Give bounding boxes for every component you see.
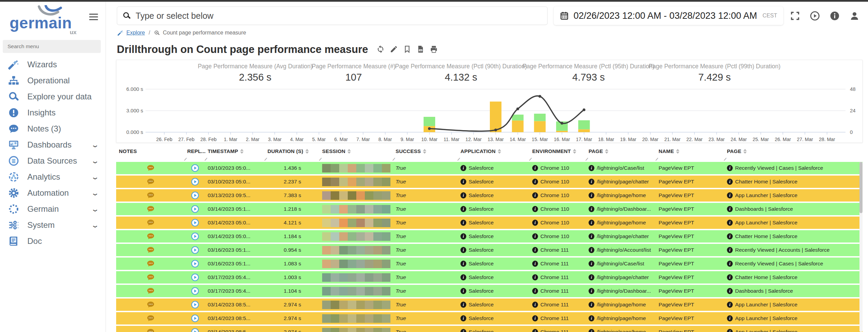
table-row[interactable]: 03/13/2023 09:5...7.383 sTrueiSalesforce… [116, 189, 863, 202]
info-icon[interactable]: i [460, 206, 466, 212]
info-icon[interactable]: i [589, 247, 594, 253]
user-menu-button[interactable] [849, 10, 860, 21]
refresh-button[interactable] [376, 45, 385, 54]
edit-button[interactable] [390, 45, 399, 54]
replay-play-icon[interactable] [191, 328, 199, 332]
column-header-duration[interactable]: DURATION (S)∕∕ [265, 147, 319, 162]
info-icon[interactable]: i [589, 233, 594, 239]
info-icon[interactable]: i [460, 302, 466, 308]
column-header-success[interactable]: SUCCESS∕∕ [393, 147, 458, 162]
info-icon[interactable]: i [532, 233, 538, 239]
info-icon[interactable]: i [460, 329, 466, 332]
info-icon[interactable]: i [532, 315, 538, 321]
info-icon[interactable]: i [589, 192, 594, 198]
info-icon[interactable]: i [460, 274, 466, 280]
table-row[interactable]: 03/14/2023 05:0...4.121 sTrueiSalesforce… [116, 217, 863, 229]
global-search-input[interactable] [136, 11, 542, 21]
info-icon[interactable]: i [727, 302, 733, 308]
info-icon[interactable]: i [589, 329, 594, 332]
column-header-page[interactable]: PAGE∕∕ [586, 147, 656, 162]
info-icon[interactable]: i [589, 288, 594, 294]
sidebar-search-input[interactable] [3, 40, 101, 53]
sidebar-item-doc[interactable]: Doc [0, 233, 106, 249]
column-header-application[interactable]: APPLICATION∕∕ [458, 147, 529, 162]
column-resize-handle[interactable]: ∕∕ [265, 157, 266, 161]
sidebar-item-system[interactable]: System⌄ [0, 217, 106, 233]
note-comment-icon[interactable] [147, 301, 155, 309]
info-icon[interactable]: i [532, 329, 538, 332]
scrollbar-thumb[interactable] [859, 162, 863, 213]
sort-icon[interactable] [240, 149, 244, 154]
global-search-box[interactable] [117, 6, 548, 25]
sort-icon[interactable] [423, 149, 426, 154]
replay-play-icon[interactable] [191, 314, 199, 322]
note-comment-icon[interactable] [147, 287, 155, 295]
table-row[interactable]: 03/16/2023 05:1...0.954 sTrueiSalesforce… [116, 244, 863, 256]
table-row[interactable]: 03/10/2023 05:0...2.237 sTrueiSalesforce… [116, 176, 863, 188]
column-header-replay[interactable]: REPL...∕∕ [184, 147, 205, 162]
note-comment-icon[interactable] [147, 164, 155, 172]
column-header-environment[interactable]: ENVIRONMENT∕∕ [529, 147, 586, 162]
info-icon[interactable]: i [460, 179, 466, 185]
info-icon[interactable]: i [532, 220, 538, 226]
column-header-session[interactable]: SESSION∕∕ [319, 147, 393, 162]
sidebar-item-analytics[interactable]: Analytics⌄ [0, 169, 106, 185]
replay-play-icon[interactable] [191, 287, 199, 295]
info-icon[interactable]: i [532, 302, 538, 308]
note-comment-icon[interactable] [147, 191, 155, 199]
info-icon[interactable]: i [727, 329, 733, 332]
note-comment-icon[interactable] [147, 178, 155, 186]
info-icon[interactable]: i [589, 179, 594, 185]
table-row[interactable]: 03/14/2023 08:5...2.974 sTrueiSalesforce… [116, 299, 863, 311]
column-resize-handle[interactable]: ∕∕ [656, 157, 657, 161]
table-row[interactable]: 03/10/2023 05:0...1.436 sTrueiSalesforce… [116, 162, 863, 174]
table-row[interactable]: 03/14/2023 05:1...1.218 sTrueiSalesforce… [116, 203, 863, 215]
info-icon[interactable]: i [727, 165, 733, 171]
replay-play-icon[interactable] [191, 164, 199, 172]
table-row[interactable]: 03/17/2023 05:4...1.104 sTrueiSalesforce… [116, 285, 863, 297]
info-icon[interactable]: i [589, 220, 594, 226]
replay-play-icon[interactable] [191, 205, 199, 213]
info-icon[interactable]: i [589, 261, 594, 267]
info-icon[interactable]: i [460, 315, 466, 321]
table-row[interactable]: 03/14/2023 08:5...2.974 sTrueiSalesforce… [116, 326, 863, 332]
info-icon[interactable]: i [727, 315, 733, 321]
note-comment-icon[interactable] [147, 232, 155, 240]
replay-play-icon[interactable] [191, 191, 199, 199]
sort-icon[interactable] [573, 149, 576, 154]
column-resize-handle[interactable]: ∕∕ [320, 157, 321, 161]
info-icon[interactable]: i [727, 288, 733, 294]
info-icon[interactable]: i [460, 247, 466, 253]
note-comment-icon[interactable] [147, 314, 155, 322]
info-icon[interactable]: i [460, 288, 466, 294]
walkthrough-button[interactable] [809, 10, 820, 21]
replay-play-icon[interactable] [191, 246, 199, 254]
note-comment-icon[interactable] [147, 219, 155, 227]
sidebar-item-automation[interactable]: Automation⌄ [0, 185, 106, 201]
info-icon[interactable]: i [589, 165, 594, 171]
sidebar-item-explore-your-data[interactable]: Explore your data [0, 88, 106, 105]
sort-icon[interactable] [743, 149, 747, 154]
info-icon[interactable]: i [532, 288, 538, 294]
column-resize-handle[interactable]: ∕∕ [393, 157, 394, 161]
info-icon[interactable]: i [532, 165, 538, 171]
info-icon[interactable]: i [727, 206, 733, 212]
info-button[interactable] [829, 10, 840, 21]
sort-icon[interactable] [347, 149, 351, 154]
info-icon[interactable]: i [532, 179, 538, 185]
sort-icon[interactable] [305, 149, 309, 154]
column-resize-handle[interactable]: ∕∕ [586, 157, 587, 161]
column-header-timestamp[interactable]: TIMESTAMP∕∕ [205, 147, 265, 162]
print-button[interactable] [430, 45, 439, 54]
column-resize-handle[interactable]: ∕∕ [185, 157, 186, 161]
sidebar-item-data-sources[interactable]: Data Sources⌄ [0, 153, 106, 169]
note-comment-icon[interactable] [147, 328, 155, 332]
info-icon[interactable]: i [460, 261, 466, 267]
note-comment-icon[interactable] [147, 260, 155, 268]
column-resize-handle[interactable]: ∕∕ [458, 157, 459, 161]
column-resize-handle[interactable]: ∕∕ [530, 157, 531, 161]
sort-icon[interactable] [498, 149, 501, 154]
replay-play-icon[interactable] [191, 301, 199, 309]
column-resize-handle[interactable]: ∕∕ [725, 157, 726, 161]
info-icon[interactable]: i [589, 206, 594, 212]
